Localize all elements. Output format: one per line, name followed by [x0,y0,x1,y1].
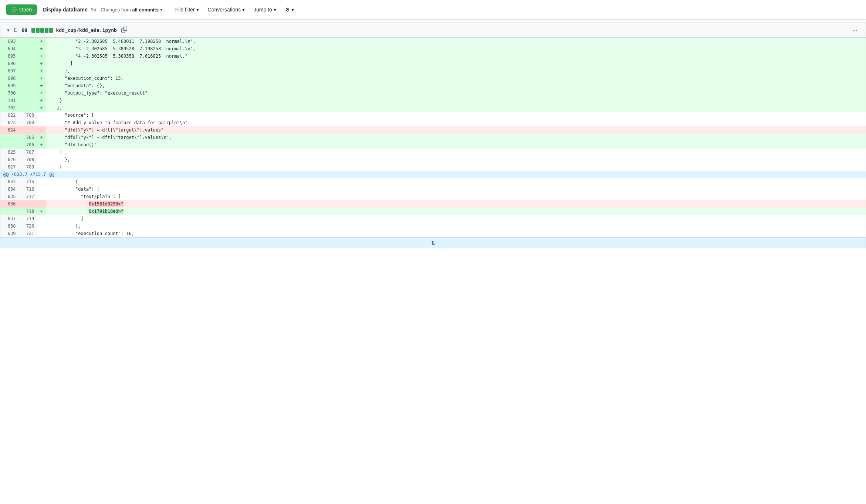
new-line-number: 715 [19,178,37,185]
table-row: 637719 ] [0,215,866,222]
table-row: 695+ "4 -2.302585 5.380358 7.616825 norm… [0,52,866,60]
line-sign: + [37,141,46,149]
old-line-number [0,208,19,215]
more-options-button[interactable]: ··· [850,26,860,34]
line-sign: - [37,200,46,208]
collapse-button[interactable]: ▾ [6,27,10,34]
copy-filename-button[interactable] [120,26,129,34]
table-row: 702+ ], [0,104,866,112]
new-line-number [19,38,37,45]
table-row: 706+ "dfd.head()" [0,141,866,149]
table-row: 705+ "dfd[\"y\"] = dft[\"target\"].value… [0,134,866,141]
old-line-number: 701 [0,97,19,104]
expand-icon: ⇅ [13,27,17,33]
line-sign [37,185,46,193]
new-line-number [19,89,37,97]
new-line-number: 703 [19,112,37,119]
old-line-number: 639 [0,230,19,238]
line-content: }, [46,67,866,75]
line-content: "# Add y value to feature data for pairp… [46,119,866,126]
line-content: ], [46,104,866,112]
line-sign [37,112,46,119]
old-line-number: 693 [0,38,19,45]
file-name: kdd_cup/kdd_eda.ipynb [56,27,116,33]
table-row: 697+ }, [0,67,866,75]
old-line-number: 624 [0,126,19,134]
line-content: ] [46,60,866,67]
line-content: "2 -2.302585 5.460011 7.198258 normal.\n… [46,38,866,45]
expand-bottom-row: ⇅ [0,238,866,248]
old-line-number: 635 [0,193,19,200]
line-sign: + [37,75,46,82]
header-title-area: Display dataframe #5 Changes from all co… [43,7,162,13]
old-line-number: 636 [0,200,19,208]
table-row: 626708 }, [0,156,866,163]
new-line-number: 720 [19,222,37,230]
old-line-number: 622 [0,112,19,119]
new-line-number [19,82,37,89]
line-content: { [46,163,866,171]
line-content: }, [46,156,866,163]
jump-to-button[interactable]: Jump to ▾ [250,5,280,14]
table-row: 638720 }, [0,222,866,230]
open-button[interactable]: Open [6,4,37,15]
old-line-number: 694 [0,45,19,52]
settings-button[interactable]: ⚙ ▾ [281,5,298,14]
line-content: "text/plain": [ [46,193,866,200]
line-content: "dfd.head()" [46,141,866,149]
file-header-left: ▾ ⇅ 88 kdd_cup/kdd_eda.ipynb [6,26,129,34]
old-line-number: 623 [0,119,19,126]
old-line-number: 633 [0,178,19,185]
diff-table: 693+ "2 -2.302585 5.460011 7.198258 norm… [0,37,866,238]
new-line-number: 718 [19,208,37,215]
line-sign [37,193,46,200]
table-row: 700+ "output_type": "execute_result" [0,89,866,97]
file-filter-button[interactable]: File filter ▾ [172,5,203,14]
file-header-right: ··· [850,26,860,34]
conversations-button[interactable]: Conversations ▾ [204,5,249,14]
table-row: 627709 { [0,163,866,171]
line-content: "dfd[\"y\"] = dft[\"target\"].values" [46,126,866,134]
line-content: } [46,97,866,104]
table-row: 696+ ] [0,60,866,67]
line-sign: + [37,104,46,112]
line-sign [37,230,46,238]
new-line-number [19,75,37,82]
header-nav: File filter ▾ Conversations ▾ Jump to ▾ … [172,5,298,14]
table-row: 701+ } [0,97,866,104]
line-sign: + [37,97,46,104]
old-line-number: 697 [0,67,19,75]
line-content: "dfd[\"y\"] = dft[\"target\"].values\n", [46,134,866,141]
line-content: ] [46,149,866,156]
old-line-number: 696 [0,60,19,67]
new-line-number [19,126,37,134]
old-line-number: 627 [0,163,19,171]
table-row: 693+ "2 -2.302585 5.460011 7.198258 norm… [0,38,866,45]
new-line-number: 708 [19,156,37,163]
line-content: "0x1791b18e0>" [46,208,866,215]
old-line-number: 626 [0,156,19,163]
old-line-number: 702 [0,104,19,112]
new-line-number [19,67,37,75]
old-line-number: 700 [0,89,19,97]
new-line-number: 706 [19,141,37,149]
expand-bottom-button[interactable]: ⇅ [431,240,435,246]
diff-hunk-row: @@ -633,7 +715,7 @@ [0,171,866,178]
old-line-number: 637 [0,215,19,222]
new-line-number: 704 [19,119,37,126]
line-sign: + [37,134,46,141]
line-sign: - [37,126,46,134]
line-sign [37,119,46,126]
new-line-number [19,45,37,52]
new-line-number: 717 [19,193,37,200]
old-line-number: 695 [0,52,19,60]
table-row: 624- "dfd[\"y\"] = dft[\"target\"].value… [0,126,866,134]
new-line-number [19,60,37,67]
table-row: 718+ "0x1791b18e0>" [0,208,866,215]
old-line-number: 625 [0,149,19,156]
line-content: }, [46,222,866,230]
line-content: "metadata": {}, [46,82,866,89]
line-content: "output_type": "execute_result" [46,89,866,97]
line-content: "execution_count": 16, [46,230,866,238]
new-line-number [19,200,37,208]
